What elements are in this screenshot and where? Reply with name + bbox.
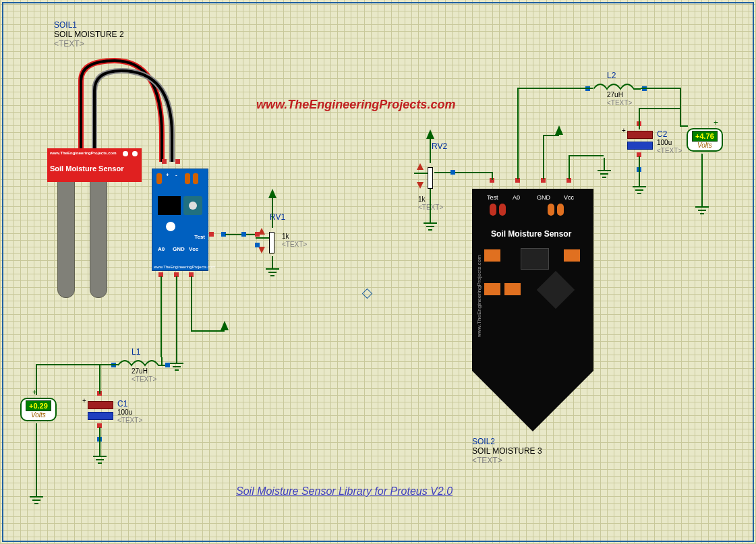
chip-diamond-icon	[537, 271, 575, 309]
soil1-text: <TEXT>	[54, 39, 84, 49]
rv2-ref[interactable]: RV2	[432, 142, 447, 151]
pin	[175, 159, 180, 164]
wire	[191, 276, 192, 330]
soil1-name: SOIL MOISTURE 2	[54, 30, 124, 39]
pin	[255, 232, 260, 237]
wire	[430, 139, 431, 163]
wire	[701, 154, 703, 194]
page-title: www.TheEngineeringProjects.com	[256, 98, 455, 112]
soil2-text: <TEXT>	[472, 456, 502, 465]
led-icon	[166, 222, 175, 231]
pin	[165, 363, 170, 367]
page-subtitle: Soil Moisture Sensor Library for Proteus…	[236, 485, 453, 497]
wire	[430, 189, 431, 212]
ic-icon	[521, 248, 549, 270]
power-arrow	[555, 125, 563, 135]
l2-ref[interactable]: L2	[607, 71, 616, 80]
c1-val: 100u	[117, 409, 132, 416]
power-arrow	[268, 189, 277, 198]
wire	[161, 357, 163, 365]
soil1-leads	[74, 54, 196, 175]
l2-text: <TEXT>	[607, 99, 632, 107]
rv1-pot[interactable]	[260, 228, 284, 282]
wire	[680, 125, 688, 127]
c2-val: 100u	[657, 139, 672, 146]
power-arrow	[221, 321, 229, 330]
wire	[639, 108, 640, 129]
wire	[36, 364, 99, 365]
wire	[543, 135, 559, 136]
soil2-ref[interactable]: SOIL2	[472, 437, 495, 446]
wire	[99, 364, 100, 394]
l1-text: <TEXT>	[132, 375, 156, 383]
voltage-probe-2[interactable]: +4.76 Volts	[687, 128, 723, 152]
wire	[639, 108, 680, 109]
blue-module[interactable]: + - Test A0 GND Vcc www.TheEngineeringPr…	[152, 169, 208, 271]
l2-val: 27uH	[607, 91, 623, 98]
pin	[162, 159, 167, 164]
power-arrow	[426, 129, 434, 139]
soil2-sensor-label: Soil Moisture Sensor	[491, 229, 571, 239]
wire	[641, 88, 681, 89]
wire	[36, 423, 37, 484]
soil2-name: SOIL MOISTURE 3	[472, 446, 542, 456]
wire	[517, 88, 519, 179]
wire	[569, 155, 570, 179]
potentiometer-icon	[183, 196, 202, 215]
pin	[241, 232, 246, 237]
probe2-unit: Volts	[692, 142, 718, 149]
wire	[680, 88, 681, 125]
pin	[450, 170, 455, 175]
probe1-unit: Volts	[26, 411, 51, 419]
probe2-value: +4.76	[692, 131, 718, 142]
wire	[434, 172, 492, 173]
wire	[639, 156, 640, 174]
pin	[209, 232, 214, 237]
wire	[99, 364, 118, 365]
l1-ref[interactable]: L1	[132, 347, 140, 357]
wire	[99, 427, 100, 444]
voltage-probe-1[interactable]: +0.29 Volts	[20, 398, 57, 421]
wire	[543, 135, 544, 179]
c2-text: <TEXT>	[657, 147, 682, 154]
rv2-val: 1k	[418, 195, 426, 203]
c2-ref[interactable]: C2	[657, 129, 667, 139]
wire	[272, 198, 273, 228]
pin	[255, 243, 260, 247]
c1-ref[interactable]: C1	[117, 399, 127, 409]
rv1-val: 1k	[282, 233, 289, 240]
probe-plus: +	[714, 118, 718, 127]
ic-chip	[158, 196, 181, 215]
wire	[569, 155, 604, 156]
wire	[191, 330, 225, 332]
l1-val: 27uH	[132, 367, 148, 375]
wire	[492, 172, 493, 180]
probe1-value: +0.29	[26, 400, 51, 411]
wire	[176, 276, 177, 351]
c1-text: <TEXT>	[117, 417, 142, 424]
wire	[517, 88, 593, 89]
wire	[36, 364, 37, 395]
rv1-text: <TEXT>	[282, 241, 307, 248]
wire	[161, 276, 162, 357]
soil1-ref[interactable]: SOIL1	[54, 20, 77, 30]
